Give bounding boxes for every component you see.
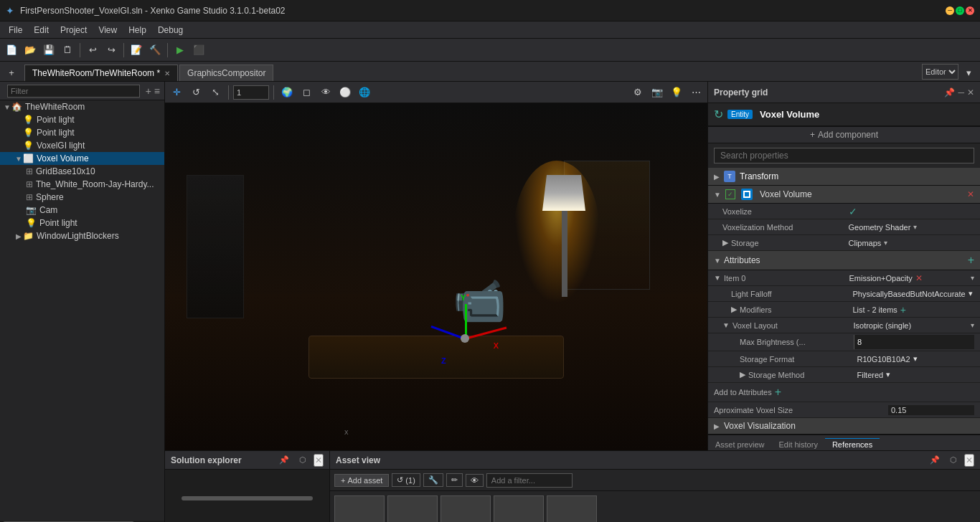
tree-item-pointlight2[interactable]: 💡 Point light (0, 126, 164, 139)
storage-method-value[interactable]: Filtered ▾ (857, 370, 975, 379)
voxelization-method-value[interactable]: Geometry Shader ▾ (849, 223, 975, 232)
tab-references[interactable]: References (825, 438, 880, 450)
menu-debug[interactable]: Debug (152, 24, 189, 37)
tab-whiteboard[interactable]: TheWhiteRoom/TheWhiteRoom * ✕ (24, 65, 178, 81)
voxel-layout-value[interactable]: Isotropic (single) ▾ (853, 321, 974, 330)
se-bottom-scrollbar[interactable] (182, 496, 313, 500)
tree-item-voxelgi-light[interactable]: 💡 VoxelGI light (0, 139, 164, 152)
tree-toggle-vv[interactable]: ▼ (14, 155, 23, 163)
se-collapse-button[interactable]: ≡ (154, 85, 160, 97)
transform-gizmo[interactable]: Y X Z (438, 304, 495, 361)
vp-world-btn[interactable]: 🌍 (278, 84, 296, 101)
vp-scale[interactable]: ⤡ (207, 84, 224, 101)
tab-bar-collapse[interactable]: ▾ (960, 64, 977, 81)
modifiers-value[interactable]: List - 2 items + (853, 304, 975, 315)
tree-item-pointlight1[interactable]: 💡 Point light (0, 113, 164, 126)
toolbar-script[interactable]: 📝 (128, 42, 145, 59)
asset-filter-input[interactable] (486, 473, 573, 488)
attributes-add-button[interactable]: + (968, 254, 974, 267)
tree-item-pointlight3[interactable]: 💡 Point light (0, 217, 164, 229)
window-controls[interactable]: ─ □ ✕ (946, 6, 974, 15)
asset-fix-button[interactable]: 🔧 (423, 473, 443, 487)
se-add-button[interactable]: + (146, 85, 151, 97)
item0-expand-icon[interactable]: ▼ (714, 274, 721, 282)
storage-value[interactable]: Clipmaps ▾ (849, 239, 975, 247)
asset-import-button[interactable]: ↺ (1) (392, 473, 420, 487)
voxelize-value[interactable]: ✓ (849, 206, 975, 217)
tab-edit-history[interactable]: Edit history (771, 439, 824, 450)
vp-zoom-input[interactable] (233, 85, 269, 100)
tree-item-voxel-volume[interactable]: ▼ ⬜ Voxel Volume (0, 152, 164, 165)
attributes-header[interactable]: ▼ Attributes + (708, 251, 980, 270)
asset-thumb-2[interactable] (387, 495, 438, 522)
add-attrs-row[interactable]: Add to Attributes + (708, 383, 980, 402)
vv-remove-button[interactable]: ✕ (967, 189, 974, 199)
menu-edit[interactable]: Edit (28, 24, 55, 37)
modifiers-add-button[interactable]: + (900, 304, 906, 315)
voxel-layout-row[interactable]: ▼ Voxel Layout Isotropic (single) ▾ (708, 318, 980, 333)
asset-pencil-button[interactable]: ✏ (446, 473, 463, 487)
tree-item-wlb[interactable]: ▶ 📁 WindowLightBlockers (0, 229, 164, 242)
se-pin-button[interactable]: 📌 (276, 454, 292, 466)
vp-local-btn[interactable]: ◻ (298, 84, 315, 101)
asset-close-button[interactable]: ✕ (964, 454, 974, 467)
menu-view[interactable]: View (93, 24, 123, 37)
add-component-button[interactable]: + Add component (708, 126, 980, 143)
tree-toggle-root[interactable]: ▼ (3, 103, 11, 111)
asset-thumb-4[interactable] (494, 495, 544, 522)
se-float-button[interactable]: ⬡ (296, 454, 309, 466)
close-button[interactable]: ✕ (966, 6, 974, 15)
se-filter-input[interactable] (7, 85, 140, 98)
vp-translate[interactable]: ✛ (168, 84, 185, 101)
voxel-viz-header[interactable]: ▶ Voxel Visualization (708, 418, 980, 435)
menu-file[interactable]: File (3, 24, 28, 37)
entity-refresh-button[interactable]: ↻ (714, 108, 723, 121)
toolbar-redo[interactable]: ↪ (103, 42, 120, 59)
storage-format-value[interactable]: R10G10B10A2 ▾ (857, 354, 975, 364)
toolbar-undo[interactable]: ↩ (84, 42, 101, 59)
asset-eye-button[interactable]: 👁 (466, 474, 484, 487)
asset-pin-button[interactable]: 📌 (927, 454, 943, 466)
asset-thumb-5[interactable] (547, 495, 597, 522)
toolbar-play[interactable]: ▶ (171, 42, 189, 59)
max-brightness-input[interactable] (854, 335, 974, 349)
toolbar-open[interactable]: 📂 (22, 42, 39, 59)
toolbar-build[interactable]: 🔨 (146, 42, 164, 59)
light-falloff-value[interactable]: PhysicallyBasedButNotAccurate ▾ (853, 289, 975, 298)
menu-help[interactable]: Help (123, 24, 152, 37)
vp-rotate[interactable]: ↺ (187, 84, 204, 101)
approx-voxel-size-input[interactable] (888, 405, 974, 415)
add-asset-button[interactable]: + Add asset (334, 474, 389, 487)
viewport[interactable]: ✛ ↺ ⤡ 🌍 ◻ 👁 ⚪ 🌐 ⚙ 📷 💡 ⋯ (165, 82, 707, 450)
vp-sphere-btn[interactable]: ⚪ (336, 84, 354, 101)
pg-pin-button[interactable]: 📌 (944, 87, 955, 98)
menu-project[interactable]: Project (55, 24, 93, 37)
transform-section-header[interactable]: ▶ T Transform (708, 168, 980, 186)
tree-item-cam[interactable]: 📷 Cam (0, 204, 164, 217)
tab-graphics[interactable]: GraphicsCompositor (179, 65, 273, 81)
asset-float-button[interactable]: ⬡ (947, 454, 960, 466)
toolbar-new[interactable]: 📄 (3, 42, 20, 59)
pg-min-button[interactable]: ─ (958, 87, 964, 98)
toolbar-stop[interactable]: ⬛ (190, 42, 207, 59)
asset-thumb-1[interactable] (334, 495, 385, 522)
vp-snap-btn[interactable]: 👁 (317, 84, 334, 101)
tab-whiteboard-close[interactable]: ✕ (164, 70, 170, 77)
vp-grid-btn[interactable]: 🌐 (356, 84, 373, 101)
viewport-mode-select[interactable]: Editor (922, 64, 958, 80)
se-close-button[interactable]: ✕ (314, 454, 324, 467)
voxel-section-header[interactable]: ▼ ✓ Voxel Volume ✕ (708, 186, 980, 204)
add-attrs-button[interactable]: + (775, 386, 781, 399)
tab-asset-preview[interactable]: Asset preview (708, 439, 771, 450)
vp-cam-btn[interactable]: 📷 (649, 84, 666, 101)
item0-value[interactable]: Emission+Opacity ✕ ▾ (849, 273, 974, 283)
asset-thumb-3[interactable] (440, 495, 491, 522)
vp-light-btn[interactable]: 💡 (668, 84, 685, 101)
tab-add-button[interactable]: + (3, 64, 20, 81)
pg-close-button[interactable]: ✕ (967, 87, 974, 98)
vp-more-btn[interactable]: ⋯ (687, 84, 705, 101)
viewport-3d[interactable]: 📹 Y X Z x (165, 103, 707, 450)
minimize-button[interactable]: ─ (946, 6, 954, 15)
tree-item-sphere[interactable]: ⊞ Sphere (0, 191, 164, 204)
item0-delete-button[interactable]: ✕ (915, 273, 923, 283)
